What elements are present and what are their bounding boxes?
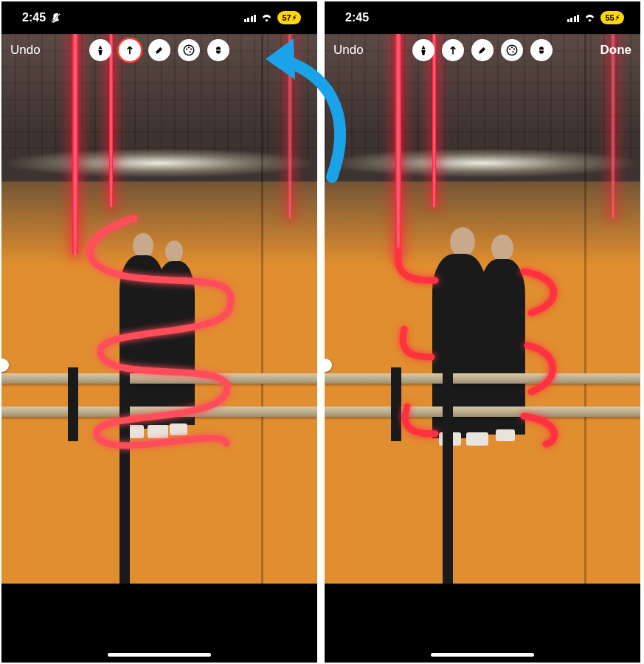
phone-screenshot-right: 2:45 55⚡︎ — [325, 1, 640, 663]
brush-tool-button[interactable] — [412, 39, 434, 61]
cellular-signal-icon — [244, 13, 257, 22]
markup-toolbar: Undo — [1, 34, 317, 66]
highlighter-tool-button[interactable] — [471, 39, 494, 61]
svg-point-4 — [190, 48, 192, 49]
color-palette-icon — [182, 44, 195, 57]
status-bar: 2:45 55⚡︎ — [325, 1, 640, 34]
svg-point-11 — [513, 48, 515, 49]
arrow-tool-button[interactable] — [119, 39, 141, 61]
svg-point-5 — [189, 51, 190, 52]
eraser-tool-button[interactable] — [530, 39, 553, 61]
done-button[interactable]: Done — [576, 43, 631, 58]
cellular-signal-icon — [567, 13, 580, 22]
status-time: 2:45 — [345, 11, 369, 24]
brush-tool-icon — [94, 44, 106, 56]
eraser-tool-button[interactable] — [207, 39, 229, 61]
eraser-tool-icon — [213, 45, 224, 55]
battery-indicator: 57⚡︎ — [277, 11, 301, 24]
arrow-tool-icon — [124, 44, 136, 56]
arrow-tool-button[interactable] — [442, 39, 464, 61]
svg-point-2 — [186, 48, 187, 49]
color-palette-button[interactable] — [501, 39, 523, 61]
highlighter-tool-icon — [153, 44, 165, 56]
svg-point-12 — [512, 51, 513, 52]
svg-point-3 — [188, 46, 190, 48]
photo-canvas[interactable] — [325, 34, 640, 584]
brush-size-slider[interactable] — [325, 359, 332, 372]
status-time: 2:45 — [22, 11, 46, 24]
charging-bolt-icon: ⚡︎ — [292, 14, 297, 21]
silent-mode-icon — [50, 13, 61, 24]
wifi-icon — [260, 13, 273, 22]
arrow-tool-icon — [447, 44, 459, 56]
battery-percent: 57 — [282, 13, 291, 22]
charging-bolt-icon: ⚡︎ — [615, 14, 620, 21]
undo-button[interactable]: Undo — [10, 43, 66, 58]
svg-rect-14 — [539, 49, 544, 50]
highlighter-tool-icon — [477, 44, 488, 56]
eraser-tool-icon — [536, 45, 547, 55]
svg-point-9 — [509, 48, 510, 49]
home-indicator[interactable] — [108, 653, 211, 657]
markup-toolbar: Undo Done — [325, 34, 640, 66]
status-bar: 2:45 57⚡︎ — [1, 1, 317, 34]
svg-point-10 — [511, 46, 513, 48]
brush-size-slider[interactable] — [1, 359, 9, 372]
home-indicator[interactable] — [431, 653, 534, 657]
photo-canvas[interactable] — [1, 34, 317, 584]
brush-tool-icon — [418, 44, 429, 56]
brush-tool-button[interactable] — [89, 39, 111, 61]
undo-button[interactable]: Undo — [333, 43, 389, 58]
battery-indicator: 55⚡︎ — [600, 11, 624, 24]
highlighter-tool-button[interactable] — [148, 39, 170, 61]
battery-percent: 55 — [605, 13, 614, 22]
color-palette-button[interactable] — [178, 39, 200, 61]
phone-screenshot-left: 2:45 57⚡︎ — [1, 1, 317, 663]
svg-rect-7 — [216, 49, 221, 50]
wifi-icon — [584, 13, 596, 22]
color-palette-icon — [505, 44, 519, 57]
